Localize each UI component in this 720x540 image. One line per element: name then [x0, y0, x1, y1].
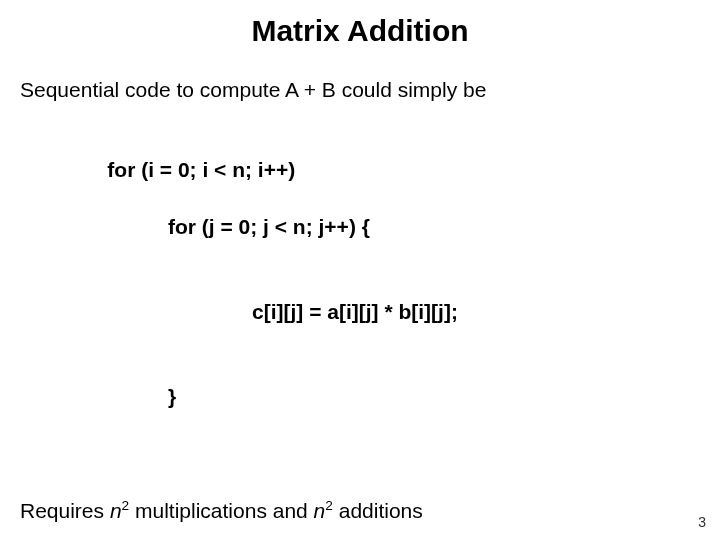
slide-title: Matrix Addition — [20, 14, 700, 48]
code-block: for (i = 0; i < n; i++) for (j = 0; j < … — [84, 128, 700, 468]
req-n2: n — [314, 499, 326, 522]
req-a: Requires — [20, 499, 110, 522]
code-line-2: for (j = 0; j < n; j++) { — [84, 213, 700, 241]
slide: Matrix Addition Sequential code to compu… — [0, 0, 720, 540]
req-b: multiplications and — [129, 499, 313, 522]
page-number: 3 — [698, 514, 706, 530]
code-line-3: c[i][j] = a[i][j] * b[i][j]; — [84, 298, 700, 326]
req-e2: 2 — [325, 498, 333, 513]
code-line-4: } — [84, 383, 700, 411]
req-n1: n — [110, 499, 122, 522]
req-c: additions — [333, 499, 423, 522]
intro-text: Sequential code to compute A + B could s… — [20, 78, 700, 102]
code-line-1: for (i = 0; i < n; i++) — [107, 158, 295, 181]
requires-text: Requires n2 multiplications and n2 addit… — [20, 498, 700, 524]
